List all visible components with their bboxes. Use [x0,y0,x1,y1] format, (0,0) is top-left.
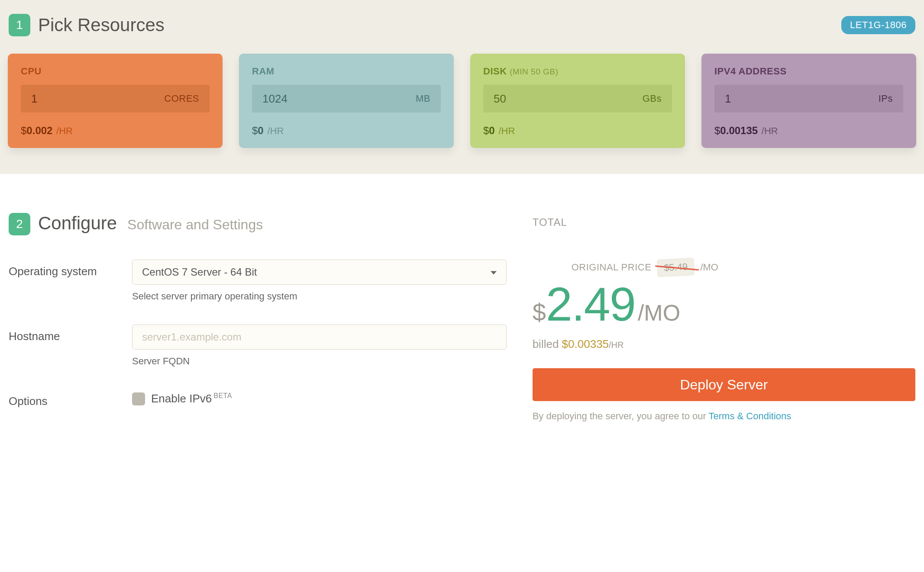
price-per: /MO [638,300,680,326]
hostname-label: Hostname [9,325,132,367]
ip-input[interactable]: 1 IPs [714,85,903,112]
cpu-price-amount: 0.002 [26,125,52,136]
ram-label-text: RAM [252,66,275,77]
original-price-row: ORIGINAL PRICE $5.49 /MO [533,259,915,276]
cpu-label-text: CPU [21,66,42,77]
step-2-badge: 2 [9,213,30,235]
os-selected-value: CentOS 7 Server - 64 Bit [142,266,257,278]
cpu-value: 1 [31,92,164,106]
ram-price-per: /HR [267,125,284,136]
ip-label-text: IPV4 ADDRESS [714,66,787,77]
original-price-per: /MO [700,262,718,273]
ram-currency: $ [252,125,258,136]
ipv6-checkbox-label: Enable IPv6BETA [151,392,232,405]
original-price-value: $5.49 [657,258,695,277]
ipv6-option[interactable]: Enable IPv6BETA [132,389,507,405]
ip-price-amount: 0.00135 [720,125,758,136]
disk-unit: GBs [643,93,662,104]
deploy-server-button[interactable]: Deploy Server [533,368,915,401]
cpu-card: CPU 1 CORES $0.002 /HR [8,54,223,148]
hostname-row: Hostname Server FQDN [9,325,507,367]
cpu-currency: $ [21,125,26,136]
ip-label: IPV4 ADDRESS [714,66,903,77]
ram-unit: MB [416,93,430,104]
ram-input[interactable]: 1024 MB [252,85,441,112]
ipv6-label-text: Enable IPv6 [151,392,212,405]
cpu-input[interactable]: 1 CORES [21,85,210,112]
options-row: Options Enable IPv6BETA [9,389,507,408]
hostname-input[interactable] [132,325,507,350]
options-label: Options [9,389,132,408]
configure-form: 2 Configure Software and Settings Operat… [9,213,507,431]
disk-label: DISK (MIN 50 GB) [483,66,672,77]
disk-label-text: DISK [483,66,507,77]
ram-price-amount: 0 [258,125,263,136]
promo-code-badge[interactable]: LET1G-1806 [841,16,915,34]
disk-price-amount: 0 [489,125,494,136]
ip-card: IPV4 ADDRESS 1 IPs $0.00135 /HR [701,54,916,148]
cpu-unit: CORES [164,93,199,104]
resource-cards-row: CPU 1 CORES $0.002 /HR RAM 1024 MB [5,54,919,148]
ram-card: RAM 1024 MB $0 /HR [239,54,454,148]
disk-input[interactable]: 50 GBs [483,85,672,112]
price-amount: 2.49 [546,280,635,328]
legal-text: By deploying the server, you agree to ou… [533,409,915,423]
disk-label-sub: (MIN 50 GB) [510,67,558,76]
disk-card: DISK (MIN 50 GB) 50 GBs $0 /HR [470,54,685,148]
cpu-price-per: /HR [56,125,73,136]
billed-amount: 0.00335 [568,337,609,350]
cpu-price: $0.002 /HR [21,125,210,137]
section2-header: 2 Configure Software and Settings [9,213,507,235]
legal-prefix: By deploying the server, you agree to ou… [533,411,709,421]
ram-value: 1024 [262,92,416,106]
ipv6-checkbox[interactable] [132,392,145,405]
original-price-label: ORIGINAL PRICE [572,262,652,273]
ip-price: $0.00135 /HR [714,125,903,137]
section1-header: 1 Pick Resources LET1G-1806 [5,5,919,54]
beta-badge: BETA [213,392,232,399]
step-1-badge: 1 [9,14,30,36]
billed-currency: $ [562,337,568,350]
billed-prefix: billed [533,337,559,350]
section2-subtitle: Software and Settings [127,217,263,233]
os-row: Operating system CentOS 7 Server - 64 Bi… [9,260,507,302]
current-price: $ 2.49 /MO [533,280,915,328]
chevron-down-icon [491,271,497,275]
ip-value: 1 [725,92,879,106]
cpu-label: CPU [21,66,210,77]
terms-link[interactable]: Terms & Conditions [709,411,792,421]
section1-header-left: 1 Pick Resources [9,14,165,36]
disk-currency: $ [483,125,489,136]
ip-unit: IPs [879,93,893,104]
disk-price: $0 /HR [483,125,672,137]
hostname-help-text: Server FQDN [132,356,507,367]
os-label: Operating system [9,260,132,302]
ram-price: $0 /HR [252,125,441,137]
os-select[interactable]: CentOS 7 Server - 64 Bit [132,260,507,285]
pick-resources-section: 1 Pick Resources LET1G-1806 CPU 1 CORES … [0,0,924,174]
disk-value: 50 [494,92,643,106]
os-help-text: Select server primary operating system [132,291,507,302]
price-currency: $ [533,298,546,326]
ip-currency: $ [714,125,720,136]
section2-title: Configure [38,213,117,234]
section1-title: Pick Resources [38,15,165,35]
pricing-panel: TOTAL ORIGINAL PRICE $5.49 /MO $ 2.49 /M… [533,213,915,431]
disk-price-per: /HR [498,125,515,136]
ram-label: RAM [252,66,441,77]
ip-price-per: /HR [762,125,778,136]
billed-row: billed $0.00335/HR [533,337,915,351]
billed-per: /HR [609,340,624,350]
total-label: TOTAL [533,216,915,228]
configure-section: 2 Configure Software and Settings Operat… [0,174,924,448]
